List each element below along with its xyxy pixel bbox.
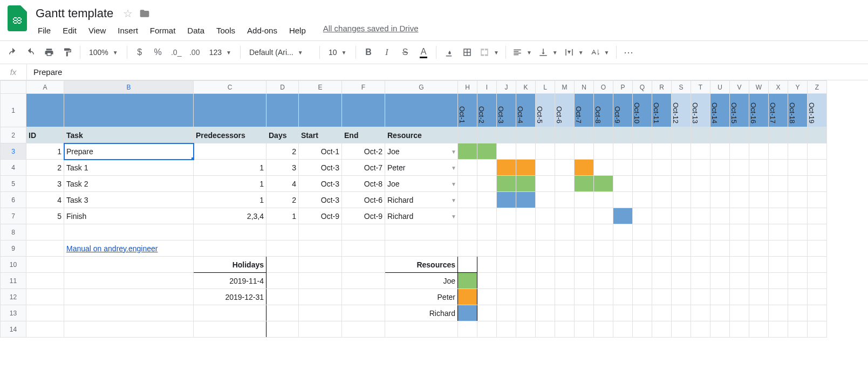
gantt-cell[interactable] <box>497 208 516 224</box>
task-id[interactable]: 4 <box>26 192 64 208</box>
gantt-cell[interactable] <box>788 176 808 192</box>
gantt-cell[interactable] <box>575 143 594 160</box>
cell[interactable] <box>194 224 266 240</box>
row-header[interactable]: 2 <box>1 127 26 143</box>
cell[interactable] <box>613 224 633 240</box>
date-header-cell[interactable]: Oct-13 <box>691 94 710 127</box>
gantt-cell[interactable] <box>613 192 633 208</box>
date-header-cell[interactable]: Oct-10 <box>633 94 652 127</box>
gantt-cell[interactable] <box>788 143 808 160</box>
column-header[interactable]: S <box>672 81 691 94</box>
cell[interactable] <box>266 94 299 127</box>
horizontal-align-button[interactable]: ▼ <box>510 45 534 59</box>
task-name[interactable]: Finish <box>64 208 194 224</box>
currency-button[interactable]: $ <box>132 44 148 60</box>
manual-link[interactable]: Manual on andrey.engineer <box>66 244 158 253</box>
cell[interactable] <box>477 224 497 240</box>
cell[interactable] <box>266 224 299 240</box>
gantt-cell[interactable] <box>458 143 477 160</box>
gantt-cell[interactable] <box>477 176 497 192</box>
fill-color-button[interactable] <box>441 44 457 60</box>
task-end[interactable]: Oct-7 <box>342 160 385 176</box>
text-color-button[interactable]: A <box>415 44 432 60</box>
gantt-cell[interactable] <box>691 192 710 208</box>
gantt-cell[interactable] <box>477 208 497 224</box>
cell[interactable] <box>613 240 633 257</box>
cell[interactable] <box>691 240 710 257</box>
cell[interactable] <box>555 240 575 257</box>
cell[interactable] <box>26 224 64 240</box>
dropdown-arrow-icon[interactable]: ▼ <box>451 197 456 203</box>
cell[interactable] <box>613 127 633 143</box>
date-header-cell[interactable]: Oct-2 <box>477 94 497 127</box>
cell[interactable] <box>516 127 536 143</box>
gantt-cell[interactable] <box>575 192 594 208</box>
date-header-cell[interactable]: Oct-15 <box>730 94 749 127</box>
cell[interactable] <box>194 240 266 257</box>
gantt-cell[interactable] <box>458 208 477 224</box>
menu-file[interactable]: File <box>32 24 56 37</box>
gantt-cell[interactable] <box>633 143 652 160</box>
dropdown-arrow-icon[interactable]: ▼ <box>451 148 456 154</box>
cell[interactable] <box>458 224 477 240</box>
cell[interactable] <box>594 240 613 257</box>
star-icon[interactable]: ☆ <box>123 7 133 20</box>
gantt-cell[interactable] <box>691 160 710 176</box>
gantt-cell[interactable] <box>672 143 691 160</box>
row-header[interactable]: 11 <box>1 273 26 289</box>
redo-button[interactable] <box>23 44 39 60</box>
cell[interactable] <box>497 127 516 143</box>
gantt-cell[interactable] <box>769 208 788 224</box>
cell[interactable] <box>299 94 342 127</box>
gantt-cell[interactable] <box>516 176 536 192</box>
save-status[interactable]: All changes saved in Drive <box>323 24 419 37</box>
cell[interactable] <box>749 127 769 143</box>
cell[interactable] <box>575 224 594 240</box>
column-header[interactable]: N <box>575 81 594 94</box>
gantt-cell[interactable] <box>652 143 672 160</box>
gantt-cell[interactable] <box>458 176 477 192</box>
date-header-cell[interactable]: Oct-3 <box>497 94 516 127</box>
cell[interactable] <box>730 127 749 143</box>
cell[interactable] <box>788 127 808 143</box>
task-predecessors[interactable]: 1 <box>194 176 266 192</box>
gantt-cell[interactable] <box>672 192 691 208</box>
increase-decimal-button[interactable]: .00 <box>187 44 203 60</box>
bold-button[interactable]: B <box>360 44 377 60</box>
italic-button[interactable]: I <box>379 44 395 60</box>
task-resource[interactable]: Richard▼ <box>385 208 458 224</box>
font-dropdown[interactable]: Default (Ari...▼ <box>245 46 315 59</box>
merge-cells-button[interactable]: ▼ <box>477 45 501 59</box>
gantt-cell[interactable] <box>691 208 710 224</box>
date-header-cell[interactable]: Oct-12 <box>672 94 691 127</box>
resource-name[interactable]: Richard <box>385 305 458 321</box>
gantt-cell[interactable] <box>536 160 555 176</box>
gantt-cell[interactable] <box>575 176 594 192</box>
gantt-cell[interactable] <box>555 192 575 208</box>
column-header[interactable]: R <box>652 81 672 94</box>
gantt-cell[interactable] <box>808 192 827 208</box>
cell[interactable] <box>633 240 652 257</box>
task-resource[interactable]: Joe▼ <box>385 176 458 192</box>
holidays-header[interactable]: Holidays <box>194 257 266 273</box>
cell[interactable] <box>266 240 299 257</box>
cell[interactable] <box>808 127 827 143</box>
row-header[interactable]: 7 <box>1 208 26 224</box>
header-resource[interactable]: Resource <box>385 127 458 143</box>
gantt-cell[interactable] <box>730 208 749 224</box>
cell[interactable] <box>769 127 788 143</box>
cell[interactable] <box>633 224 652 240</box>
task-name[interactable]: Task 3 <box>64 192 194 208</box>
task-resource[interactable]: Richard▼ <box>385 192 458 208</box>
column-header[interactable]: H <box>458 81 477 94</box>
resource-name[interactable]: Peter <box>385 289 458 305</box>
cell[interactable] <box>788 240 808 257</box>
more-button[interactable]: ⋯ <box>621 44 637 60</box>
resource-color[interactable] <box>458 273 477 289</box>
gantt-cell[interactable] <box>730 192 749 208</box>
cell[interactable] <box>385 224 458 240</box>
gantt-cell[interactable] <box>652 160 672 176</box>
header-end[interactable]: End <box>342 127 385 143</box>
column-header[interactable]: L <box>536 81 555 94</box>
cell[interactable] <box>299 224 342 240</box>
